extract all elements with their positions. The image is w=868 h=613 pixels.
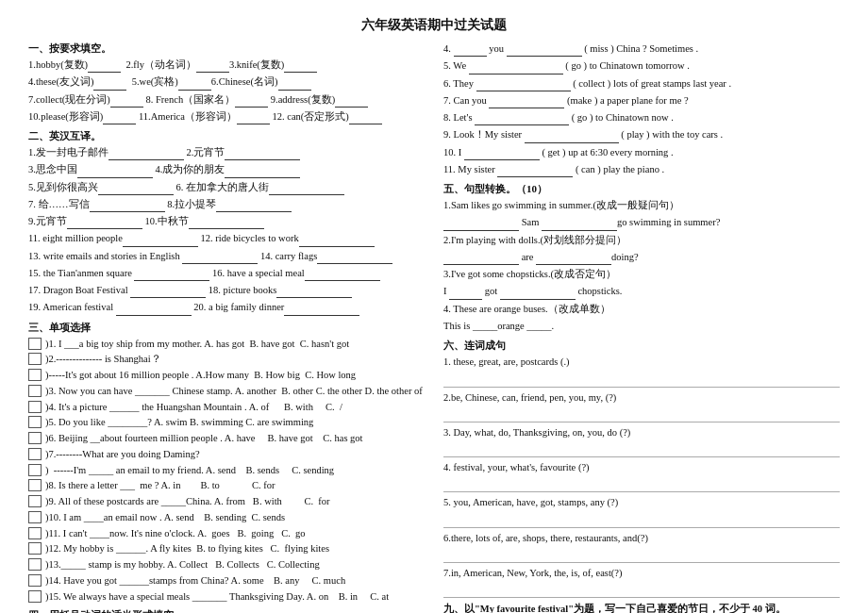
- r-l7: 10. I ( get ) up at 6:30 every morning .: [443, 145, 840, 160]
- section-4: 四、用括号动词的适当形式填空。 1. Daming ( visit ) Amer…: [28, 608, 425, 613]
- choice-box-1: [28, 338, 42, 350]
- writing-line-5: [443, 513, 840, 528]
- choice-box-9: [28, 495, 42, 507]
- choice-14: )14. Have you got ______stamps from Chin…: [28, 573, 425, 588]
- choice-box-2b: [28, 369, 42, 381]
- sec1-line1: 1.hobby(复数) 2.fly（动名词）3.knife(复数): [28, 58, 425, 73]
- choice-10: )10. I am ____an email now . A. send B. …: [28, 510, 425, 525]
- choice-box-2: [28, 353, 42, 365]
- choice-7b: ) ------I'm _____ an email to my friend.…: [28, 463, 425, 478]
- sec7-l7: 7.in, American, New, York, the, is, of, …: [443, 566, 840, 581]
- r-l5: 8. Let's ( go ) to Chinatown now .: [443, 110, 840, 125]
- choice-box-15: [28, 590, 42, 603]
- sec6-l8: This is _____orange _____.: [443, 319, 840, 334]
- sec2-l5: 9.元宵节 10.中秋节: [28, 214, 425, 229]
- r-l8: 11. My sister ( can ) play the piano .: [443, 162, 840, 177]
- section-3: 三、单项选择 )1. I ___a big toy ship from my m…: [28, 321, 425, 605]
- writing-line-4: [443, 477, 840, 492]
- section-2: 二、英汉互译。 1.发一封电子邮件 2.元宵节 3.思念中国 4.成为你的朋友 …: [28, 129, 425, 316]
- choice-9: )9. All of these postcards are _____Chin…: [28, 494, 425, 509]
- sec6-l5: 3.I've got some chopsticks.(改成否定句）: [443, 267, 840, 282]
- writing-line-1: [443, 373, 840, 388]
- sec1-line4: 10.please(形容词) 11.America（形容词） 12. can(否…: [28, 109, 425, 124]
- sec4-title: 四、用括号动词的适当形式填空。: [28, 608, 425, 613]
- choice-4: )4. It's a picture ______ the Huangshan …: [28, 400, 425, 415]
- sec3-title: 三、单项选择: [28, 321, 425, 335]
- right-column: 4. you ( miss ) China ? Sometimes . 5. W…: [443, 41, 840, 613]
- sec2-l1: 1.发一封电子邮件 2.元宵节: [28, 145, 425, 160]
- sec2-l7: 13. write emails and stories in English …: [28, 249, 425, 264]
- sec7-l2: 2.be, Chinese, can, friend, pen, you, my…: [443, 390, 840, 406]
- choice-box-10: [28, 511, 42, 523]
- choice-11: )11. I can't ____now. It's nine o'clock.…: [28, 526, 425, 541]
- r-l1: 4. you ( miss ) China ? Sometimes .: [443, 41, 840, 57]
- choice-13: )13._____ stamp is my hobby. A. Collect …: [28, 557, 425, 572]
- sec7-l1: 1. these, great, are, postcards (.): [443, 355, 840, 370]
- page-title: 六年级英语期中过关试题: [28, 17, 840, 34]
- choice-12: )12. My hobby is ______. A fly kites B. …: [28, 541, 425, 556]
- sec6-l6: I got chopsticks.: [443, 284, 840, 299]
- sec6-l4: are doing?: [443, 250, 840, 265]
- sec7-l3: 3. Day, what, do, Thanksgiving, on, you,…: [443, 425, 840, 440]
- sec7-l4: 4. festival, your, what's, favourite (?): [443, 460, 840, 475]
- choice-box-4: [28, 401, 42, 413]
- sec2-l8: 15. the Tian'anmen square 16. have a spe…: [28, 266, 425, 281]
- section-7: 六、连词成句 1. these, great, are, postcards (…: [443, 339, 840, 598]
- left-column: 一、按要求填空。 1.hobby(复数) 2.fly（动名词）3.knife(复…: [28, 41, 425, 613]
- choice-box-7b: [28, 464, 42, 476]
- sec2-l9: 17. Dragon Boat Festival 18. picture boo…: [28, 283, 425, 298]
- sec2-l6: 11. eight million people 12. ride bicycl…: [28, 231, 425, 246]
- sec2-l10: 19. American festival 20. a big family d…: [28, 300, 425, 315]
- section-6: 五、句型转换。（10） 1.Sam likes go swimming in s…: [443, 182, 840, 334]
- writing-line-6: [443, 548, 840, 563]
- sec2-l3: 5.见到你很高兴 6. 在加拿大的唐人街: [28, 180, 425, 195]
- choice-box-7: [28, 448, 42, 460]
- choice-box-13: [28, 558, 42, 571]
- choice-6: )6. Beijing __about fourteen million peo…: [28, 431, 425, 446]
- sec6-l7: 4. These are orange buses.（改成单数）: [443, 302, 840, 317]
- page: 六年级英语期中过关试题 一、按要求填空。 1.hobby(复数) 2.fly（动…: [0, 0, 868, 613]
- sec7-l6: 6.there, lots of, are, shops, there, res…: [443, 531, 840, 546]
- choice-8: )8. Is there a letter ___ me ? A. in B. …: [28, 478, 425, 493]
- sec6-l2: Sam go swimming in summer?: [443, 215, 840, 230]
- choice-2: )2.-------------- is Shanghai？: [28, 352, 425, 367]
- sec1-title: 一、按要求填空。: [28, 41, 425, 56]
- sec6-l1: 1.Sam likes go swimming in summer.(改成一般疑…: [443, 198, 840, 213]
- choice-box-14: [28, 574, 42, 587]
- r-l2: 5. We ( go ) to Chinatown tomorrow .: [443, 58, 840, 74]
- sec8-title: 九、以"My favourite festival"为题，写一下自己喜爱的节日，…: [443, 603, 840, 613]
- choice-box-5: [28, 416, 42, 428]
- choice-box-6: [28, 432, 42, 444]
- sec2-l2: 3.思念中国 4.成为你的朋友: [28, 162, 425, 177]
- choice-7: )7.--------What are you doing Daming?: [28, 447, 425, 462]
- writing-line-3: [443, 442, 840, 457]
- sec6-title: 五、句型转换。（10）: [443, 182, 840, 196]
- choice-2b: )-----It's got about 16 million people .…: [28, 368, 425, 383]
- choice-3: )3. Now you can have _______ Chinese sta…: [28, 384, 425, 399]
- choice-box-12: [28, 542, 42, 555]
- r-l4: 7. Can you (make ) a paper plane for me …: [443, 93, 840, 108]
- sec1-line3: 7.collect(现在分词) 8. French（国家名） 9.address…: [28, 92, 425, 108]
- r-l3: 6. They ( collect ) lots of great stamps…: [443, 76, 840, 91]
- choice-1: )1. I ___a big toy ship from my mother. …: [28, 337, 425, 352]
- sec7-l5: 5. you, American, have, got, stamps, any…: [443, 495, 840, 510]
- sec6-l3: 2.I'm playing with dolls.(对划线部分提问）: [443, 233, 840, 248]
- sec2-l4: 7. 给……写信 8.拉小提琴: [28, 197, 425, 212]
- sec7-title: 六、连词成句: [443, 339, 840, 353]
- section-5-cont: 4. you ( miss ) China ? Sometimes . 5. W…: [443, 41, 840, 177]
- writing-line-7: [443, 583, 840, 598]
- sec1-line2: 4.these(友义词) 5.we(宾格)6.Chinese(名词): [28, 75, 425, 90]
- choice-box-8: [28, 479, 42, 491]
- sec2-title: 二、英汉互译。: [28, 129, 425, 143]
- choice-5: )5. Do you like ________? A. swim B. swi…: [28, 415, 425, 430]
- choice-15: )15. We always have a special meals ____…: [28, 589, 425, 605]
- choice-box-3: [28, 385, 42, 397]
- r-l6: 9. Look！My sister ( play ) with the toy …: [443, 127, 840, 142]
- section-8: 九、以"My favourite festival"为题，写一下自己喜爱的节日，…: [443, 603, 840, 613]
- section-1: 一、按要求填空。 1.hobby(复数) 2.fly（动名词）3.knife(复…: [28, 41, 425, 124]
- writing-line-2: [443, 407, 840, 422]
- choice-box-11: [28, 527, 42, 539]
